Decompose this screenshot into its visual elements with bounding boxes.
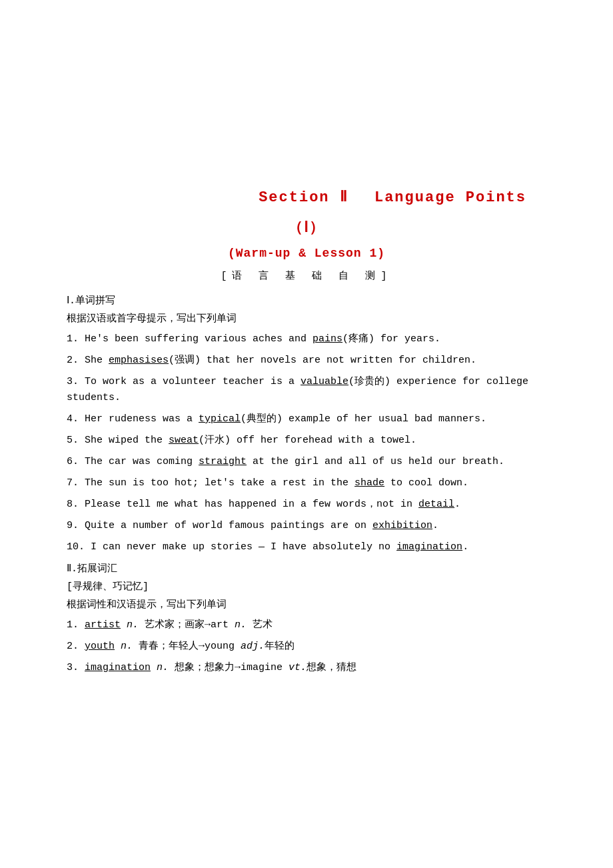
- exercise-item-5: 5. She wiped the sweat(汗水) off her foreh…: [67, 433, 553, 449]
- warm-up-title: (Warm-up & Lesson 1): [60, 247, 553, 260]
- part-i-instruction: 根据汉语或首字母提示，写出下列单词: [67, 312, 553, 325]
- exercise-item-10: 10. I can never make up stories — I have…: [67, 539, 553, 555]
- exercise-item-4: 4. Her rudeness was a typical(典型的) examp…: [67, 411, 553, 427]
- vocab-item-3: 3. imagination n. 想象；想象力→imagine vt.想象，猜…: [67, 660, 553, 676]
- exercise-item-1: 1. He's been suffering various aches and…: [67, 331, 553, 347]
- part-i-heading: Ⅰ.单词拼写: [67, 294, 553, 307]
- exercise-item-2: 2. She emphasises(强调) that her novels ar…: [67, 353, 553, 369]
- exercise-item-8: 8. Please tell me what has happened in a…: [67, 497, 553, 513]
- exercise-item-6: 6. The car was coming straight at the gi…: [67, 454, 553, 470]
- exercise-item-7: 7. The sun is too hot; let's take a rest…: [67, 475, 553, 491]
- section-title: Section Ⅱ Language Points: [60, 187, 553, 207]
- vocab-item-2: 2. youth n. 青春；年轻人→young adj.年轻的: [67, 639, 553, 655]
- exercise-item-9: 9. Quite a number of world famous painti…: [67, 518, 553, 534]
- section-subtitle: （Ⅰ）: [60, 217, 553, 237]
- vocab-item-1: 1. artist n. 艺术家；画家→art n. 艺术: [67, 617, 553, 633]
- exercise-item-3: 3. To work as a volunteer teacher is a v…: [67, 374, 553, 406]
- language-self-test: [语 言 基 础 自 测]: [60, 269, 553, 282]
- page-content: Section Ⅱ Language Points （Ⅰ） (Warm-up &…: [0, 0, 613, 868]
- part-ii-instruction: 根据词性和汉语提示，写出下列单词: [67, 598, 553, 611]
- bracket-note: [寻规律、巧记忆]: [67, 580, 553, 593]
- part-ii-heading: Ⅱ.拓展词汇: [67, 562, 553, 575]
